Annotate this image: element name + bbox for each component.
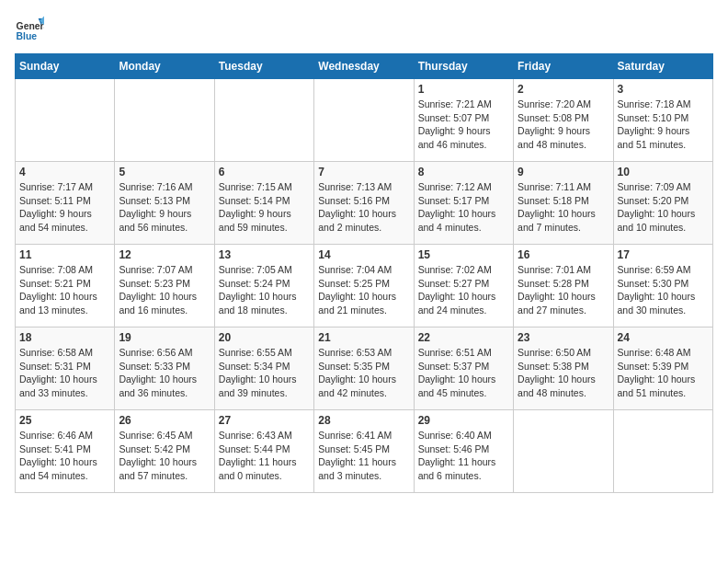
day-number: 2 (518, 83, 609, 96)
day-info: Sunrise: 7:21 AMSunset: 5:07 PMDaylight:… (418, 98, 509, 152)
day-info: Sunrise: 6:59 AMSunset: 5:30 PMDaylight:… (618, 263, 709, 317)
calendar-table: SundayMondayTuesdayWednesdayThursdayFrid… (15, 53, 713, 493)
day-number: 11 (19, 248, 110, 261)
column-header-tuesday: Tuesday (214, 54, 313, 79)
calendar-cell: 17Sunrise: 6:59 AMSunset: 5:30 PMDayligh… (613, 245, 712, 327)
week-row-3: 11Sunrise: 7:08 AMSunset: 5:21 PMDayligh… (16, 245, 713, 327)
calendar-cell: 22Sunrise: 6:51 AMSunset: 5:37 PMDayligh… (414, 327, 513, 410)
calendar-cell: 4Sunrise: 7:17 AMSunset: 5:11 PMDaylight… (16, 162, 115, 245)
calendar-cell: 14Sunrise: 7:04 AMSunset: 5:25 PMDayligh… (314, 245, 414, 327)
calendar-cell (214, 79, 313, 162)
calendar-cell: 3Sunrise: 7:18 AMSunset: 5:10 PMDaylight… (613, 79, 712, 162)
week-row-5: 25Sunrise: 6:46 AMSunset: 5:41 PMDayligh… (16, 410, 713, 493)
day-number: 5 (119, 166, 210, 178)
calendar-cell (115, 79, 214, 162)
column-header-wednesday: Wednesday (314, 54, 414, 79)
svg-text:Blue: Blue (17, 31, 38, 41)
day-info: Sunrise: 6:45 AMSunset: 5:42 PMDaylight:… (119, 429, 210, 483)
day-number: 26 (119, 414, 210, 427)
week-row-1: 1Sunrise: 7:21 AMSunset: 5:07 PMDaylight… (16, 79, 713, 162)
day-info: Sunrise: 6:43 AMSunset: 5:44 PMDaylight:… (219, 429, 310, 483)
day-info: Sunrise: 7:04 AMSunset: 5:25 PMDaylight:… (318, 263, 409, 317)
day-info: Sunrise: 7:16 AMSunset: 5:13 PMDaylight:… (119, 180, 210, 235)
generalblue-logo-icon: General Blue (15, 15, 44, 44)
day-number: 17 (618, 248, 709, 261)
calendar-cell: 2Sunrise: 7:20 AMSunset: 5:08 PMDaylight… (514, 79, 613, 162)
calendar-cell: 5Sunrise: 7:16 AMSunset: 5:13 PMDaylight… (115, 162, 214, 245)
day-info: Sunrise: 7:05 AMSunset: 5:24 PMDaylight:… (219, 263, 310, 317)
calendar-cell: 10Sunrise: 7:09 AMSunset: 5:20 PMDayligh… (613, 162, 712, 245)
day-number: 6 (219, 166, 310, 178)
calendar-cell: 7Sunrise: 7:13 AMSunset: 5:16 PMDaylight… (314, 162, 414, 245)
day-info: Sunrise: 6:53 AMSunset: 5:35 PMDaylight:… (318, 346, 409, 400)
calendar-cell: 9Sunrise: 7:11 AMSunset: 5:18 PMDaylight… (514, 162, 613, 245)
day-number: 27 (219, 414, 310, 427)
calendar-cell: 21Sunrise: 6:53 AMSunset: 5:35 PMDayligh… (314, 327, 414, 410)
day-number: 21 (318, 331, 409, 344)
day-number: 10 (618, 166, 709, 178)
day-number: 28 (318, 414, 409, 427)
calendar-cell: 15Sunrise: 7:02 AMSunset: 5:27 PMDayligh… (414, 245, 513, 327)
day-number: 16 (518, 248, 609, 261)
column-header-thursday: Thursday (414, 54, 513, 79)
day-number: 25 (19, 414, 110, 427)
day-info: Sunrise: 6:51 AMSunset: 5:37 PMDaylight:… (418, 346, 509, 400)
svg-text:General: General (17, 21, 44, 31)
calendar-cell: 23Sunrise: 6:50 AMSunset: 5:38 PMDayligh… (514, 327, 613, 410)
calendar-cell (314, 79, 414, 162)
calendar-cell: 1Sunrise: 7:21 AMSunset: 5:07 PMDaylight… (414, 79, 513, 162)
day-number: 22 (418, 331, 509, 344)
calendar-cell: 13Sunrise: 7:05 AMSunset: 5:24 PMDayligh… (214, 245, 313, 327)
day-info: Sunrise: 7:20 AMSunset: 5:08 PMDaylight:… (518, 98, 609, 152)
calendar-cell: 6Sunrise: 7:15 AMSunset: 5:14 PMDaylight… (214, 162, 313, 245)
page-header: General Blue (15, 15, 713, 44)
calendar-cell: 12Sunrise: 7:07 AMSunset: 5:23 PMDayligh… (115, 245, 214, 327)
day-number: 12 (119, 248, 210, 261)
day-info: Sunrise: 6:58 AMSunset: 5:31 PMDaylight:… (19, 346, 110, 400)
day-number: 20 (219, 331, 310, 344)
column-header-sunday: Sunday (16, 54, 115, 79)
calendar-cell: 29Sunrise: 6:40 AMSunset: 5:46 PMDayligh… (414, 410, 513, 493)
column-header-friday: Friday (514, 54, 613, 79)
day-number: 29 (418, 414, 509, 427)
day-info: Sunrise: 7:18 AMSunset: 5:10 PMDaylight:… (618, 98, 709, 152)
day-info: Sunrise: 7:02 AMSunset: 5:27 PMDaylight:… (418, 263, 509, 317)
day-number: 7 (318, 166, 409, 178)
calendar-cell: 16Sunrise: 7:01 AMSunset: 5:28 PMDayligh… (514, 245, 613, 327)
calendar-cell: 8Sunrise: 7:12 AMSunset: 5:17 PMDaylight… (414, 162, 513, 245)
day-number: 18 (19, 331, 110, 344)
calendar-cell (16, 79, 115, 162)
day-info: Sunrise: 7:13 AMSunset: 5:16 PMDaylight:… (318, 180, 409, 235)
day-info: Sunrise: 7:09 AMSunset: 5:20 PMDaylight:… (618, 180, 709, 235)
day-number: 1 (418, 83, 509, 96)
day-info: Sunrise: 6:40 AMSunset: 5:46 PMDaylight:… (418, 429, 509, 483)
day-info: Sunrise: 6:56 AMSunset: 5:33 PMDaylight:… (119, 346, 210, 400)
day-info: Sunrise: 6:46 AMSunset: 5:41 PMDaylight:… (19, 429, 110, 483)
day-info: Sunrise: 6:50 AMSunset: 5:38 PMDaylight:… (518, 346, 609, 400)
day-info: Sunrise: 7:15 AMSunset: 5:14 PMDaylight:… (219, 180, 310, 235)
calendar-cell: 18Sunrise: 6:58 AMSunset: 5:31 PMDayligh… (16, 327, 115, 410)
calendar-cell (613, 410, 712, 493)
day-info: Sunrise: 6:41 AMSunset: 5:45 PMDaylight:… (318, 429, 409, 483)
day-number: 23 (518, 331, 609, 344)
day-info: Sunrise: 7:01 AMSunset: 5:28 PMDaylight:… (518, 263, 609, 317)
day-info: Sunrise: 7:12 AMSunset: 5:17 PMDaylight:… (418, 180, 509, 235)
day-info: Sunrise: 7:07 AMSunset: 5:23 PMDaylight:… (119, 263, 210, 317)
calendar-cell: 25Sunrise: 6:46 AMSunset: 5:41 PMDayligh… (16, 410, 115, 493)
day-info: Sunrise: 7:17 AMSunset: 5:11 PMDaylight:… (19, 180, 110, 235)
calendar-cell: 27Sunrise: 6:43 AMSunset: 5:44 PMDayligh… (214, 410, 313, 493)
calendar-cell: 20Sunrise: 6:55 AMSunset: 5:34 PMDayligh… (214, 327, 313, 410)
column-header-saturday: Saturday (613, 54, 712, 79)
week-row-4: 18Sunrise: 6:58 AMSunset: 5:31 PMDayligh… (16, 327, 713, 410)
day-number: 15 (418, 248, 509, 261)
day-info: Sunrise: 6:48 AMSunset: 5:39 PMDaylight:… (618, 346, 709, 400)
calendar-header-row: SundayMondayTuesdayWednesdayThursdayFrid… (16, 54, 713, 79)
day-number: 24 (618, 331, 709, 344)
calendar-cell (514, 410, 613, 493)
calendar-cell: 11Sunrise: 7:08 AMSunset: 5:21 PMDayligh… (16, 245, 115, 327)
column-header-monday: Monday (115, 54, 214, 79)
calendar-cell: 28Sunrise: 6:41 AMSunset: 5:45 PMDayligh… (314, 410, 414, 493)
calendar-cell: 24Sunrise: 6:48 AMSunset: 5:39 PMDayligh… (613, 327, 712, 410)
day-number: 3 (618, 83, 709, 96)
day-number: 13 (219, 248, 310, 261)
